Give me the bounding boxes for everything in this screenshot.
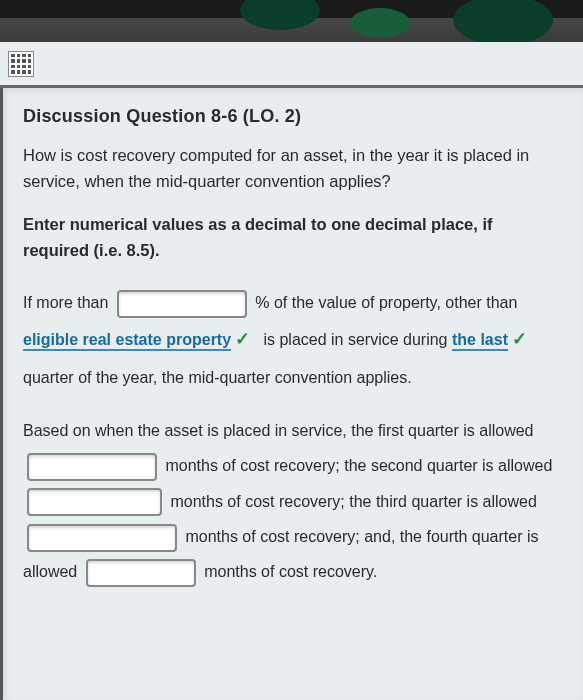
question-content: Discussion Question 8-6 (LO. 2) How is c… (0, 88, 583, 700)
second-quarter-months-input[interactable] (27, 488, 162, 516)
check-icon: ✓ (235, 329, 250, 349)
property-type-select[interactable]: eligible real estate property (23, 331, 231, 351)
text-segment: is placed in service during (263, 331, 447, 348)
instruction-text: Enter numerical values as a decimal to o… (23, 212, 563, 263)
background-decoration (0, 0, 583, 42)
paragraph-1: If more than % of the value of property,… (23, 285, 563, 395)
text-segment: months of cost recovery; the third quart… (170, 493, 536, 510)
fourth-quarter-months-input[interactable] (86, 559, 196, 587)
text-segment: months of cost recovery; the second quar… (165, 457, 552, 474)
text-segment: If more than (23, 294, 108, 311)
window-chrome-strip (0, 0, 583, 42)
check-icon: ✓ (512, 329, 527, 349)
text-segment: Based on when the asset is placed in ser… (23, 422, 534, 439)
percent-input[interactable] (117, 290, 247, 318)
paragraph-2: Based on when the asset is placed in ser… (23, 413, 563, 589)
text-segment: quarter of the year, the mid-quarter con… (23, 369, 412, 386)
text-segment: months of cost recovery. (204, 563, 377, 580)
third-quarter-months-input[interactable] (27, 524, 177, 552)
first-quarter-months-input[interactable] (27, 453, 157, 481)
text-segment: % of the value of property, other than (255, 294, 517, 311)
question-title: Discussion Question 8-6 (LO. 2) (23, 106, 563, 127)
question-text: How is cost recovery computed for an ass… (23, 143, 563, 194)
quarter-select[interactable]: the last (452, 331, 508, 351)
toolbar (0, 42, 583, 88)
spreadsheet-icon[interactable] (8, 51, 34, 77)
answer-area: If more than % of the value of property,… (23, 285, 563, 589)
